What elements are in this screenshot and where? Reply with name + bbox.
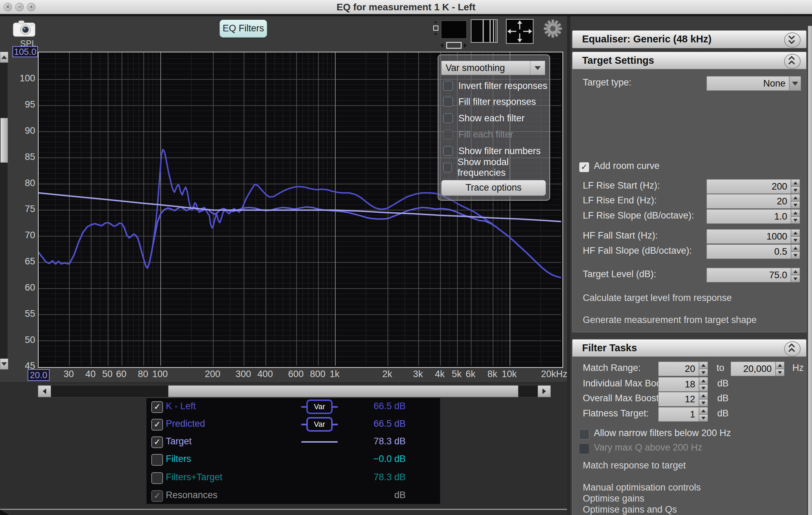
spinner-buttons[interactable] [699, 377, 708, 392]
number-input[interactable]: 18 [658, 377, 699, 392]
spin-up-button[interactable] [699, 377, 708, 384]
spin-down-button[interactable] [775, 369, 784, 376]
number-input[interactable]: 1.0 [707, 209, 791, 224]
spinner-buttons[interactable] [791, 229, 800, 244]
collapse-down-icon[interactable] [784, 32, 801, 48]
checkbox[interactable] [443, 113, 453, 123]
settings-gear-icon[interactable] [542, 17, 564, 40]
spinner-buttons[interactable] [699, 407, 708, 422]
scroll-down-button[interactable] [0, 359, 8, 370]
y-axis-max-input[interactable]: 105.0 [12, 46, 38, 57]
number-input[interactable]: 20 [658, 362, 699, 376]
checkbox[interactable] [443, 130, 453, 139]
number-input[interactable]: 0.5 [707, 244, 791, 259]
trace-checkbox[interactable]: ✓ [151, 436, 163, 448]
smoothing-badge[interactable]: Var [301, 417, 338, 431]
target-settings-header[interactable]: Target Settings [572, 52, 806, 70]
overlay-option[interactable]: Fill each filter [443, 128, 513, 141]
left-scrollbar-thumb[interactable] [0, 118, 8, 163]
trace-checkbox[interactable]: ✓ [151, 472, 163, 484]
spin-up-button[interactable] [775, 362, 784, 369]
smoothing-badge[interactable]: Var [301, 400, 338, 414]
eq-filters-button[interactable]: EQ Filters [220, 20, 267, 38]
spin-up-button[interactable] [791, 244, 800, 252]
checkbox[interactable] [443, 81, 453, 91]
number-input[interactable]: 75.0 [707, 268, 791, 282]
checkbox[interactable] [443, 163, 452, 172]
number-input[interactable]: 20 [707, 194, 791, 209]
spinner-buttons[interactable] [791, 194, 800, 209]
spinner-buttons[interactable] [791, 244, 800, 259]
chevron-down-icon[interactable] [789, 76, 801, 91]
spinner-buttons[interactable] [791, 268, 800, 282]
spinner-buttons[interactable] [775, 362, 784, 376]
trace-checkbox[interactable]: ✓ [151, 419, 163, 431]
spin-down-button[interactable] [699, 399, 708, 406]
checkbox[interactable] [443, 97, 453, 107]
action-link[interactable]: Manual optimisation controls [583, 482, 701, 493]
graph-limits-icon[interactable] [432, 19, 468, 51]
filter-tasks-header[interactable]: Filter Tasks [572, 339, 806, 357]
spin-down-button[interactable] [791, 275, 800, 282]
overlay-option[interactable]: Fill filter responses [443, 95, 536, 109]
trace-checkbox[interactable]: ✓ [151, 454, 163, 466]
spin-down-button[interactable] [699, 369, 708, 376]
action-link[interactable]: Generate measurement from target shape [583, 315, 757, 325]
spinner-buttons[interactable] [791, 179, 800, 194]
number-input[interactable]: 1000 [707, 229, 791, 244]
smoothing-dropdown[interactable]: Var smoothing [441, 61, 545, 75]
overlay-option[interactable]: Show modal frequencies [443, 161, 549, 174]
spin-down-button[interactable] [791, 201, 800, 209]
panel-scrollbar[interactable] [808, 26, 812, 515]
spin-down-button[interactable] [699, 414, 708, 422]
action-link[interactable]: Match response to target [583, 460, 686, 471]
x-axis-min-input[interactable]: 20.0 [28, 369, 50, 381]
trace-checkbox[interactable]: ✓ [151, 401, 163, 413]
action-link[interactable]: Optimise gains and Qs [583, 504, 677, 515]
spin-up-button[interactable] [791, 268, 800, 275]
spin-up-button[interactable] [791, 229, 800, 236]
number-input[interactable]: 200 [707, 179, 791, 194]
target-type-dropdown[interactable]: None [707, 76, 789, 91]
spin-down-button[interactable] [791, 236, 800, 244]
checkbox[interactable]: ✓ [579, 162, 589, 172]
scroll-up-button[interactable] [0, 52, 8, 63]
spin-down-button[interactable] [699, 384, 708, 392]
overlay-option[interactable]: Show each filter [443, 111, 525, 125]
h-scrollbar-thumb[interactable] [168, 385, 518, 397]
spin-down-button[interactable] [791, 216, 800, 224]
spin-up-button[interactable] [791, 179, 800, 186]
overlay-option[interactable]: Invert filter responses [443, 79, 547, 93]
action-link[interactable]: Calculate target level from response [583, 293, 732, 303]
frequency-bands-icon[interactable] [471, 19, 498, 43]
spinner-buttons[interactable] [699, 362, 708, 376]
number-input[interactable]: 12 [658, 392, 699, 406]
spin-up-button[interactable] [699, 407, 708, 414]
checkbox[interactable] [443, 146, 453, 156]
number-input[interactable]: 1 [658, 407, 699, 422]
overlay-option[interactable]: Show filter numbers [443, 144, 541, 158]
camera-icon[interactable] [12, 20, 36, 37]
collapse-up-icon[interactable] [784, 54, 801, 69]
left-scrollbar[interactable] [0, 52, 8, 369]
spin-down-button[interactable] [791, 252, 800, 259]
collapse-up-icon[interactable] [784, 341, 801, 356]
action-link[interactable]: Optimise gains [583, 493, 644, 504]
spin-up-button[interactable] [699, 392, 708, 399]
badge-line [333, 424, 338, 425]
checkbox[interactable] [579, 444, 589, 454]
spinner-buttons[interactable] [699, 392, 708, 406]
spin-up-button[interactable] [699, 362, 708, 369]
trace-checkbox[interactable]: ✓ [151, 490, 163, 502]
equaliser-header[interactable]: Equaliser: Generic (48 kHz) [572, 30, 806, 48]
pan-zoom-icon[interactable] [506, 19, 534, 44]
checkbox[interactable] [579, 429, 589, 440]
spin-up-button[interactable] [791, 209, 800, 216]
spinner-buttons[interactable] [791, 209, 800, 224]
spin-up-button[interactable] [791, 194, 800, 201]
scroll-right-button[interactable] [538, 385, 551, 397]
scroll-left-button[interactable] [38, 385, 51, 397]
spin-down-button[interactable] [791, 186, 800, 194]
trace-options-button[interactable]: Trace options [441, 180, 546, 196]
number-input[interactable]: 20,000 [731, 362, 775, 376]
